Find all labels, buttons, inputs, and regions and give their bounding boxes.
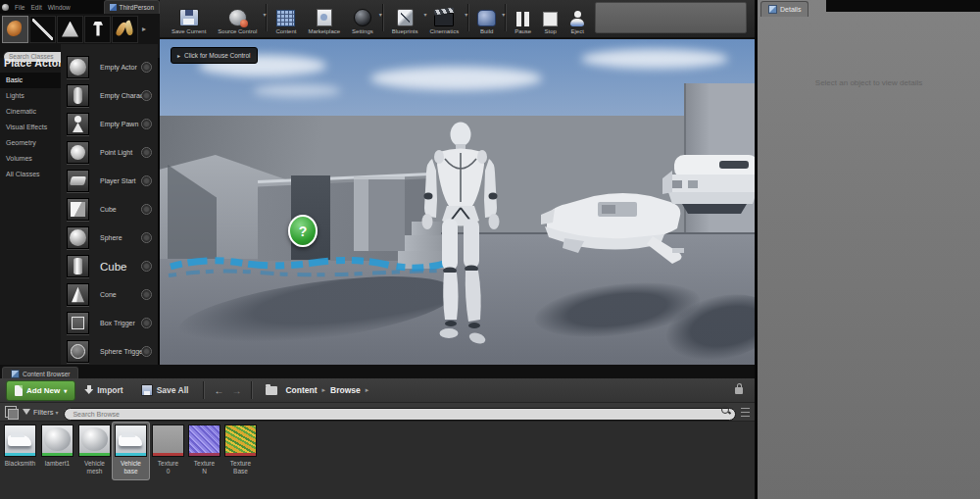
breadcrumb-browse[interactable]: Browse xyxy=(327,385,364,395)
build-icon xyxy=(477,10,496,26)
actor-item-sphere-trigger[interactable]: Sphere Trigger xyxy=(61,337,158,366)
actor-item-player-start[interactable]: Player Start xyxy=(61,167,158,195)
actor-item-point-light[interactable]: Point Light xyxy=(61,138,158,167)
cone-icon xyxy=(67,283,89,306)
mode-paint-icon[interactable] xyxy=(29,16,56,43)
new-asset-icon xyxy=(15,385,23,396)
import-button[interactable]: Import xyxy=(75,379,131,401)
level-icon xyxy=(110,4,117,11)
category-lights[interactable]: Lights xyxy=(0,88,61,104)
lock-icon[interactable] xyxy=(735,387,743,394)
forward-arrow-icon[interactable]: → xyxy=(227,385,245,396)
tab-details[interactable]: Details xyxy=(760,1,808,17)
breadcrumb-content[interactable]: Content xyxy=(282,385,319,395)
drag-handle-icon[interactable] xyxy=(141,175,152,186)
import-icon xyxy=(84,385,93,395)
details-tab-icon xyxy=(768,5,777,14)
drag-handle-icon[interactable] xyxy=(141,90,152,101)
category-all-classes[interactable]: All Classes xyxy=(0,167,61,182)
asset-item[interactable]: Vehiclemesh xyxy=(76,424,113,476)
filters-button[interactable]: Filters xyxy=(33,408,53,417)
search-icon xyxy=(721,406,729,414)
content-browser-tab-icon xyxy=(11,370,20,378)
asset-item[interactable]: TextureN xyxy=(186,424,222,476)
static-mesh-thumbnail xyxy=(115,424,147,457)
blueprints-button[interactable]: Blueprints ▾ xyxy=(386,1,424,34)
actor-item-box-trigger[interactable]: Box Trigger xyxy=(61,309,158,337)
play-arrow-icon: ▸ xyxy=(177,52,180,59)
details-empty-message: Select an object to view details xyxy=(758,78,980,87)
save-current-button[interactable]: Save Current xyxy=(166,1,212,34)
drag-handle-icon[interactable] xyxy=(141,147,152,158)
toolbar-separator xyxy=(382,4,383,31)
mode-place-icon[interactable] xyxy=(2,16,28,43)
asset-item-selected[interactable]: Vehiclebase xyxy=(113,423,149,479)
box-trigger-icon xyxy=(67,312,89,334)
dropdown-caret-icon[interactable]: ▾ xyxy=(263,11,266,18)
level-tab[interactable]: ThirdPerson xyxy=(104,0,160,14)
add-new-button[interactable]: Add New ▾ xyxy=(6,380,75,401)
actor-item-sphere[interactable]: Sphere xyxy=(61,224,158,252)
dropdown-caret-icon[interactable]: ▾ xyxy=(55,409,58,416)
cloud xyxy=(581,49,728,69)
drag-handle-icon[interactable] xyxy=(141,119,152,129)
menu-window[interactable]: Window xyxy=(48,4,71,11)
category-volumes[interactable]: Volumes xyxy=(0,151,61,167)
content-button[interactable]: Content xyxy=(270,1,302,34)
actor-item-cone[interactable]: Cone xyxy=(61,280,158,309)
save-all-button[interactable]: Save All xyxy=(132,379,198,401)
category-cinematic[interactable]: Cinematic xyxy=(0,104,61,120)
drag-handle-icon[interactable] xyxy=(141,318,152,328)
menu-edit[interactable]: Edit xyxy=(30,4,41,11)
toolbar-empty-area xyxy=(595,2,747,33)
search-assets-input[interactable] xyxy=(64,408,736,421)
dropdown-caret-icon[interactable]: ▾ xyxy=(465,11,467,18)
view-options-icon[interactable] xyxy=(741,408,750,417)
drag-handle-icon[interactable] xyxy=(141,261,152,272)
asset-item[interactable]: TextureBase xyxy=(222,424,259,476)
drag-handle-icon[interactable] xyxy=(141,232,152,243)
pause-button[interactable]: Pause xyxy=(509,1,537,34)
mode-overflow-chevron-icon[interactable]: ▸ xyxy=(142,25,146,33)
mode-landscape-icon[interactable] xyxy=(57,16,83,43)
category-visual-effects[interactable]: Visual Effects xyxy=(0,120,61,135)
drag-handle-icon[interactable] xyxy=(141,289,152,300)
drag-handle-icon[interactable] xyxy=(141,62,152,73)
mode-geometry-icon[interactable] xyxy=(84,16,111,43)
mode-foliage-icon[interactable] xyxy=(112,16,138,43)
actor-item-empty-pawn[interactable]: Empty Pawn xyxy=(61,110,158,138)
dropdown-caret-icon[interactable]: ▾ xyxy=(502,11,505,18)
breadcrumb-expand-icon[interactable] xyxy=(364,386,371,394)
marketplace-button[interactable]: Marketplace xyxy=(302,1,346,34)
drag-handle-icon[interactable] xyxy=(141,346,152,357)
stop-icon xyxy=(543,12,558,26)
asset-item[interactable]: Texture0 xyxy=(150,424,186,476)
cinematics-button[interactable]: Cinematics ▾ xyxy=(423,1,465,34)
level-viewport[interactable]: ? ▸ Click for Mouse Control xyxy=(160,39,755,365)
placeable-actor-list: Empty Actor Empty Character Empty Pawn P… xyxy=(61,44,158,365)
asset-item[interactable]: Blacksmith xyxy=(2,424,38,468)
settings-button[interactable]: Settings ▾ xyxy=(346,1,379,34)
category-basic[interactable]: Basic xyxy=(0,73,61,88)
empty-character-icon xyxy=(67,84,89,107)
actor-item-cube-2[interactable]: Cube xyxy=(61,252,158,280)
breadcrumb-separator-icon xyxy=(320,386,328,394)
sources-panel-icon[interactable] xyxy=(5,406,17,418)
actor-item-empty-character[interactable]: Empty Character xyxy=(61,81,158,110)
category-geometry[interactable]: Geometry xyxy=(0,135,61,151)
asset-item[interactable]: lambert1 xyxy=(39,424,75,468)
source-control-button[interactable]: Source Control ▾ xyxy=(212,1,263,34)
cloud xyxy=(370,67,542,90)
mouse-control-overlay-button[interactable]: ▸ Click for Mouse Control xyxy=(171,47,258,64)
actor-item-empty-actor[interactable]: Empty Actor xyxy=(61,53,158,81)
back-arrow-icon[interactable]: ← xyxy=(210,385,227,396)
menu-file[interactable]: File xyxy=(15,4,24,11)
actor-item-cube[interactable]: Cube xyxy=(61,195,158,224)
player-start-icon xyxy=(67,170,89,192)
save-icon xyxy=(179,9,199,26)
eject-button[interactable]: Eject xyxy=(564,1,591,34)
dropdown-caret-icon[interactable]: ▾ xyxy=(379,11,382,18)
build-button[interactable]: Build ▾ xyxy=(471,1,502,34)
drag-handle-icon[interactable] xyxy=(141,204,152,215)
stop-button[interactable]: Stop xyxy=(537,1,564,34)
